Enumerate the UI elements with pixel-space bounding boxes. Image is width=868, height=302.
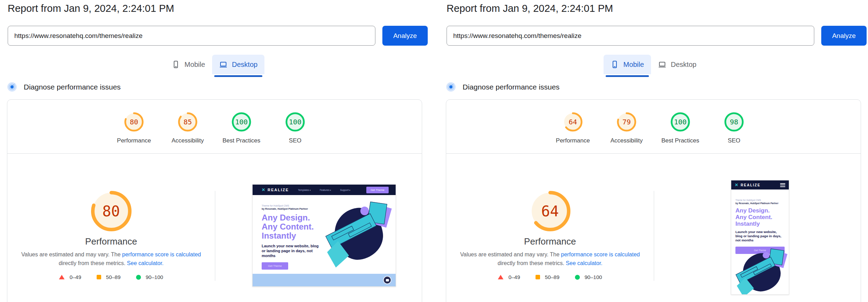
- score-accessibility[interactable]: 79 Accessibility: [607, 112, 646, 144]
- score-value: 80: [124, 112, 144, 132]
- score-label: Accessibility: [172, 137, 204, 144]
- tab-mobile[interactable]: Mobile: [165, 55, 212, 74]
- site-get-theme-button: Get Theme: [262, 262, 288, 270]
- page-title: Report from Jan 9, 2024, 2:24:01 PM: [447, 3, 613, 14]
- score-scale-legend: 0–49 50–89 90–100: [51, 274, 171, 280]
- url-form: Analyze: [447, 26, 867, 46]
- legend-item-fail: 0–49: [498, 274, 520, 280]
- score-label: SEO: [728, 137, 740, 144]
- diagnose-label: Diagnose performance issues: [24, 83, 121, 91]
- calc-explainer-link[interactable]: performance score is calculated: [561, 251, 640, 257]
- gauge-label: Performance: [524, 236, 576, 247]
- score-best-practices[interactable]: 100 Best Practices: [661, 112, 699, 144]
- see-calculator-link[interactable]: See calculator.: [127, 260, 164, 266]
- diagnose-label: Diagnose performance issues: [463, 83, 560, 91]
- legend-item-average: 50–89: [97, 274, 121, 280]
- hero-illustration: [324, 201, 391, 268]
- mobile-icon: [611, 60, 619, 69]
- legend-item-good: 90–100: [575, 274, 602, 280]
- site-header: ✕Realize TemplatesFeaturesSupport Get Th…: [253, 185, 396, 195]
- disclaimer-text: directly from these metrics.: [497, 260, 566, 266]
- score-disclaimer: Values are estimated and may vary. The p…: [459, 250, 642, 268]
- score-ring: 80: [124, 112, 144, 132]
- performance-gauge: 80: [90, 190, 132, 232]
- url-form: Analyze: [8, 26, 428, 46]
- tab-label: Desktop: [671, 61, 696, 69]
- score-ring: 100: [285, 112, 305, 132]
- score-ring: 100: [232, 112, 251, 132]
- site-heading: Any Design. Any Content. Instantly: [262, 213, 324, 240]
- green-circle-icon: [136, 275, 141, 280]
- tab-mobile[interactable]: Mobile: [604, 55, 651, 74]
- legend-item-fail: 0–49: [59, 274, 81, 280]
- site-header: ✕Realize: [731, 180, 789, 189]
- score-ring: 64: [563, 112, 583, 132]
- site-heading: Any Design. Any Content. Instantly: [735, 207, 785, 227]
- category-scores: 64 Performance 79 Accessibility: [446, 112, 861, 144]
- report-panel-mobile: Report from Jan 9, 2024, 2:24:01 PM Anal…: [439, 0, 868, 302]
- legend-item-average: 50–89: [536, 274, 560, 280]
- divider: [215, 191, 215, 281]
- analyze-button[interactable]: Analyze: [382, 26, 428, 46]
- score-seo[interactable]: 98 SEO: [715, 112, 753, 144]
- performance-gauge-section: 80 Performance Values are estimated and …: [7, 153, 215, 280]
- score-ring: 98: [724, 112, 744, 132]
- gauge-label: Performance: [85, 236, 137, 247]
- score-value: 100: [285, 112, 305, 132]
- divider: [654, 191, 654, 281]
- diagnose-section-header: Diagnose performance issues: [446, 82, 560, 92]
- report-card: 64 Performance 79 Accessibility: [446, 99, 861, 302]
- tab-label: Desktop: [232, 61, 257, 69]
- disclaimer-text: Values are estimated and may vary. The: [460, 251, 561, 257]
- green-circle-icon: [575, 275, 580, 280]
- speedometer-icon: [7, 82, 17, 92]
- score-ring: 100: [671, 112, 690, 132]
- score-value: 100: [232, 112, 251, 132]
- tab-label: Mobile: [185, 61, 205, 69]
- url-input[interactable]: [8, 26, 375, 46]
- see-calculator-link[interactable]: See calculator.: [566, 260, 603, 266]
- score-best-practices[interactable]: 100 Best Practices: [222, 112, 261, 144]
- score-ring: 79: [617, 112, 636, 132]
- disclaimer-text: Values are estimated and may vary. The: [21, 251, 122, 257]
- site-subtext: Launch your new website, blog or landing…: [735, 230, 785, 242]
- tab-desktop[interactable]: Desktop: [651, 55, 703, 74]
- site-hero: Theme for HubSpot CMS by Resonate, HubSp…: [262, 204, 324, 270]
- page-screenshot-desktop: ✕Realize TemplatesFeaturesSupport Get Th…: [252, 184, 396, 287]
- score-label: Best Practices: [661, 137, 699, 144]
- tab-desktop[interactable]: Desktop: [212, 55, 264, 74]
- page-title: Report from Jan 9, 2024, 2:24:01 PM: [8, 3, 174, 14]
- calc-explainer-link[interactable]: performance score is calculated: [122, 251, 201, 257]
- site-cta-button: Get Theme: [366, 187, 389, 193]
- device-tabs: Mobile Desktop: [0, 55, 429, 74]
- hero-illustration: [735, 248, 787, 295]
- score-accessibility[interactable]: 85 Accessibility: [169, 112, 207, 144]
- score-ring: 85: [178, 112, 197, 132]
- score-disclaimer: Values are estimated and may vary. The p…: [20, 250, 203, 268]
- tab-label: Mobile: [623, 61, 644, 69]
- chat-bubble-icon: [383, 276, 391, 284]
- score-performance[interactable]: 80 Performance: [115, 112, 153, 144]
- score-seo[interactable]: 100 SEO: [276, 112, 314, 144]
- site-subtext: Launch your new website, blog or landing…: [262, 243, 324, 258]
- legend-item-good: 90–100: [136, 274, 163, 280]
- url-input[interactable]: [447, 26, 814, 46]
- score-value: 85: [178, 112, 197, 132]
- report-card: 80 Performance 85 Accessibility: [7, 99, 422, 302]
- illus-shape: [360, 207, 369, 215]
- speedometer-icon: [446, 82, 456, 92]
- device-tabs: Mobile Desktop: [439, 55, 868, 74]
- score-label: Performance: [117, 137, 151, 144]
- score-value: 98: [724, 112, 744, 132]
- score-label: Accessibility: [611, 137, 643, 144]
- diagnose-section-header: Diagnose performance issues: [7, 82, 121, 92]
- site-logo: ✕Realize: [735, 183, 761, 187]
- red-triangle-icon: [59, 275, 65, 279]
- score-value: 79: [617, 112, 636, 132]
- analyze-button[interactable]: Analyze: [821, 26, 867, 46]
- score-performance[interactable]: 64 Performance: [554, 112, 592, 144]
- desktop-icon: [219, 60, 227, 69]
- orange-square-icon: [97, 275, 101, 279]
- gauge-value: 80: [90, 190, 132, 232]
- score-value: 100: [671, 112, 690, 132]
